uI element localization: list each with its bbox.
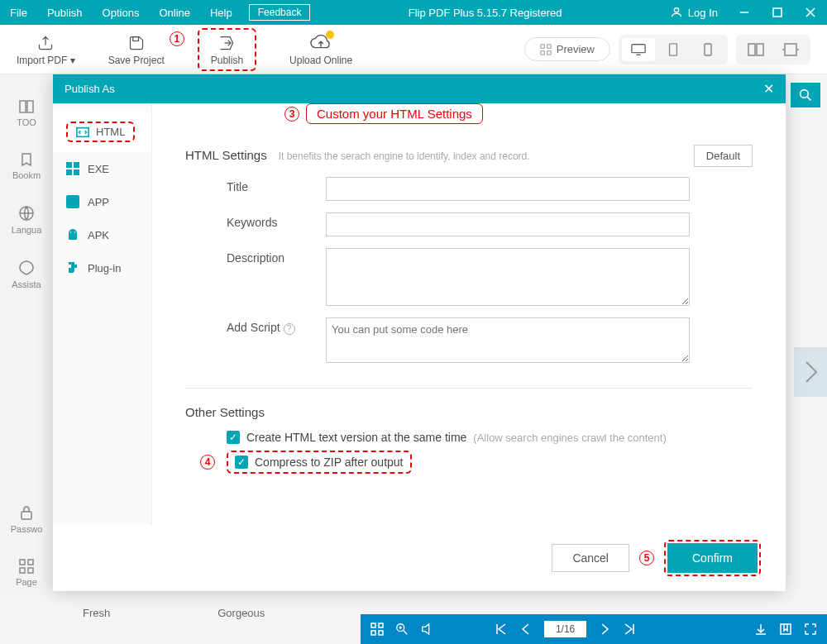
book-view-button[interactable] [739, 38, 772, 61]
preview-button[interactable]: Preview [524, 37, 610, 61]
menu-online[interactable]: Online [149, 7, 200, 19]
next-page-icon[interactable] [598, 623, 611, 636]
menu-options[interactable]: Options [93, 7, 150, 19]
tab-apk[interactable]: APK [53, 218, 151, 251]
menu-publish[interactable]: Publish [37, 7, 93, 19]
theme-gorgeous[interactable]: Gorgeous [218, 607, 265, 619]
minimize-button[interactable] [728, 0, 761, 25]
confirm-button[interactable]: Confirm [667, 543, 758, 573]
description-input[interactable] [326, 248, 690, 306]
theme-fresh[interactable]: Fresh [83, 607, 110, 619]
svg-rect-24 [28, 560, 33, 565]
label-addscript: Add Script? [185, 317, 326, 335]
import-pdf-button[interactable]: Import PDF ▾ [17, 33, 75, 66]
app-icon [66, 195, 79, 208]
download-icon[interactable] [754, 623, 767, 636]
svg-rect-14 [748, 44, 755, 55]
addscript-input[interactable] [326, 317, 690, 363]
html-settings-hint: It benefits the serach engine to identif… [279, 150, 530, 162]
compress-zip-checkbox-row[interactable]: 4 ✓ Compress to ZIP after output [227, 451, 412, 474]
label-keywords: Keywords [185, 212, 326, 229]
fullscreen-icon[interactable] [804, 623, 817, 636]
tab-app[interactable]: APP [53, 185, 151, 218]
menu-file[interactable]: File [0, 7, 37, 19]
prev-page-icon[interactable] [519, 623, 533, 636]
dialog-footer: Cancel 5 Confirm [53, 525, 786, 591]
svg-rect-6 [541, 44, 544, 47]
svg-rect-32 [66, 169, 72, 175]
upload-online-button[interactable]: Upload Online [289, 33, 352, 66]
user-icon [670, 6, 683, 19]
theme-labels: Fresh Gorgeous [83, 607, 265, 619]
sidebar-password[interactable]: Passwo [11, 504, 43, 534]
last-page-icon[interactable] [623, 623, 636, 636]
other-settings-title: Other Settings [185, 405, 753, 419]
tab-plugin[interactable]: Plug-in [53, 251, 151, 284]
upload-icon [310, 33, 332, 53]
create-html-checkbox-row[interactable]: ✓ Create HTML text version at the same t… [227, 431, 753, 444]
svg-rect-10 [632, 44, 645, 52]
dialog-title: Publish As [65, 83, 115, 95]
next-page-arrow[interactable] [794, 347, 827, 397]
sidebar-bookmarks[interactable]: Bookm [12, 152, 41, 180]
menu-help[interactable]: Help [200, 7, 242, 19]
help-icon[interactable]: ? [284, 323, 295, 335]
svg-rect-38 [379, 623, 383, 627]
publish-button[interactable]: Publish [198, 28, 256, 71]
checkbox-checked-icon: ✓ [235, 456, 248, 469]
svg-rect-19 [20, 101, 26, 112]
svg-rect-33 [74, 169, 79, 175]
sidebar-language[interactable]: Langua [12, 205, 42, 235]
login-button[interactable]: Log In [660, 6, 728, 19]
svg-rect-20 [27, 101, 33, 112]
feedback-button[interactable]: Feedback [249, 4, 311, 21]
svg-rect-23 [20, 560, 25, 565]
phone-view-button[interactable] [691, 38, 724, 61]
sidebar-assistant[interactable]: Assista [12, 260, 41, 289]
title-bar: File Publish Options Online Help Feedbac… [0, 0, 827, 25]
slide-view-button[interactable] [774, 38, 807, 61]
tab-exe[interactable]: EXE [53, 152, 151, 185]
svg-rect-12 [670, 43, 677, 55]
tablet-view-button[interactable] [657, 38, 690, 61]
chevron-right-icon [802, 360, 819, 384]
cancel-button[interactable]: Cancel [552, 544, 629, 572]
dialog-close-button[interactable]: ✕ [763, 81, 774, 97]
search-button[interactable] [791, 83, 820, 107]
keywords-input[interactable] [326, 212, 690, 236]
import-icon [36, 33, 55, 53]
desktop-view-button[interactable] [622, 38, 655, 61]
html-settings-title: HTML Settings [185, 148, 267, 162]
svg-rect-26 [28, 568, 33, 573]
svg-point-35 [70, 231, 72, 233]
toolbar: Import PDF ▾ Save Project 1 Publish Uplo… [0, 25, 827, 74]
tab-html[interactable]: 2 HTML [53, 112, 151, 152]
first-page-icon[interactable] [495, 623, 508, 636]
bookmark-icon[interactable] [779, 623, 792, 636]
svg-rect-37 [371, 623, 375, 627]
reader-footer: 1/16 [361, 614, 827, 644]
svg-point-36 [74, 231, 76, 233]
sound-icon[interactable] [420, 623, 433, 636]
html-icon [76, 126, 89, 138]
sidebar-page[interactable]: Page [16, 559, 37, 587]
annotation-3-box: 3 Custom your HTML Settings [284, 103, 483, 124]
page-number[interactable]: 1/16 [544, 621, 586, 637]
save-project-button[interactable]: Save Project 1 [108, 33, 165, 66]
svg-rect-9 [547, 50, 551, 54]
annotation-5: 5 [639, 551, 654, 565]
svg-line-42 [404, 631, 407, 634]
sidebar-tools[interactable]: TOO [17, 99, 36, 127]
svg-rect-25 [20, 568, 25, 573]
title-input[interactable] [326, 177, 690, 201]
grid-icon [540, 44, 552, 55]
thumbnails-icon[interactable] [370, 623, 384, 636]
app-title: Flip PDF Plus 5.15.7 Registered [310, 7, 659, 19]
close-button[interactable] [794, 0, 827, 25]
zoom-icon[interactable] [395, 623, 409, 636]
svg-rect-40 [379, 631, 383, 635]
android-icon [66, 228, 79, 241]
default-button[interactable]: Default [694, 145, 753, 167]
maximize-button[interactable] [761, 0, 794, 25]
plugin-icon [66, 261, 79, 274]
